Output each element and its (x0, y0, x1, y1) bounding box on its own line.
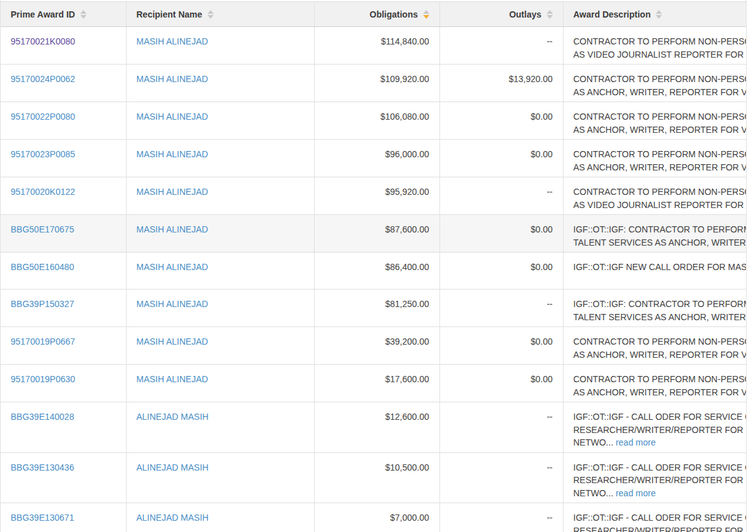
prime-award-id-cell: 95170024P0062 (1, 65, 126, 102)
recipient-name-link[interactable]: MASIH ALINEJAD (137, 299, 208, 309)
outlays-cell: $0.00 (439, 215, 563, 253)
outlays-cell: $0.00 (439, 102, 563, 140)
sort-desc-icon[interactable] (547, 15, 553, 19)
sort-carets[interactable] (656, 10, 662, 19)
column-header-label: Obligations (370, 9, 418, 19)
table-row: BBG39P150327MASIH ALINEJAD$81,250.00--IG… (1, 289, 746, 327)
table-header: Prime Award ID Recipient Name Obligation… (1, 2, 746, 27)
column-header-recipient-name[interactable]: Recipient Name (126, 2, 314, 27)
table-row: BBG39E130671ALINEJAD MASIH$7,000.00--IGF… (1, 503, 746, 532)
obligations-cell: $7,000.00 (314, 503, 439, 532)
sort-desc-icon[interactable] (656, 15, 662, 19)
outlays-cell: $0.00 (439, 140, 563, 177)
award-description-cell: CONTRACTOR TO PERFORM NON-PERSONAL TAS A… (563, 140, 746, 177)
recipient-name-cell: MASIH ALINEJAD (126, 140, 314, 177)
recipient-name-link[interactable]: ALINEJAD MASIH (137, 513, 209, 523)
sort-carets[interactable] (207, 10, 214, 19)
prime-award-id-link[interactable]: 95170019P0667 (11, 336, 75, 347)
sort-carets[interactable] (80, 10, 87, 19)
column-header-obligations[interactable]: Obligations (314, 2, 439, 27)
award-description-line: RESEARCHER/WRITER/REPORTER FOR PERSIA (574, 474, 747, 487)
sort-asc-icon[interactable] (423, 10, 429, 14)
column-header-label: Outlays (509, 9, 541, 19)
sort-carets[interactable] (547, 10, 553, 19)
award-description-line: AS ANCHOR, WRITER, REPORTER FOR VOA PE (574, 161, 747, 174)
prime-award-id-link[interactable]: 95170023P0085 (11, 149, 75, 159)
award-description-cell: CONTRACTOR TO PERFORM NON-PERSONAL TAS A… (563, 65, 746, 102)
obligations-cell: $109,920.00 (314, 65, 439, 102)
table-row: BBG39E130436ALINEJAD MASIH$10,500.00--IG… (1, 452, 746, 503)
recipient-name-link[interactable]: MASIH ALINEJAD (137, 224, 208, 234)
prime-award-id-cell: 95170023P0085 (1, 140, 126, 177)
recipient-name-link[interactable]: MASIH ALINEJAD (137, 36, 208, 46)
prime-award-id-link[interactable]: BBG39P150327 (11, 299, 74, 309)
recipient-name-cell: MASIH ALINEJAD (126, 289, 314, 327)
recipient-name-link[interactable]: MASIH ALINEJAD (137, 374, 208, 384)
table-row: 95170021K0080MASIH ALINEJAD$114,840.00--… (1, 27, 746, 65)
prime-award-id-link[interactable]: BBG39E130671 (11, 513, 74, 523)
sort-desc-icon[interactable] (80, 15, 87, 19)
recipient-name-cell: MASIH ALINEJAD (126, 253, 314, 289)
award-description-cell: CONTRACTOR TO PERFORM NON-PERSONAL TAS V… (563, 177, 746, 215)
read-more-link[interactable]: read more (616, 437, 656, 447)
prime-award-id-cell: 95170019P0630 (1, 365, 126, 402)
table-right-edge-divider (746, 0, 747, 532)
award-description-line: CONTRACTOR TO PERFORM NON-PERSONAL T (574, 335, 747, 348)
sort-desc-icon[interactable] (207, 15, 214, 19)
sort-desc-icon[interactable] (423, 15, 429, 19)
prime-award-id-cell: 95170019P0667 (1, 327, 126, 365)
recipient-name-link[interactable]: ALINEJAD MASIH (137, 462, 209, 472)
award-description-line: AS ANCHOR, WRITER, REPORTER FOR VOA PE (574, 348, 747, 362)
recipient-name-cell: MASIH ALINEJAD (126, 177, 314, 215)
sort-asc-icon[interactable] (656, 10, 662, 14)
prime-award-id-link[interactable]: BBG50E170675 (11, 224, 74, 234)
recipient-name-cell: MASIH ALINEJAD (126, 27, 314, 65)
award-description-cell: IGF::OT::IGF - CALL ODER FOR SERVICE OFR… (563, 452, 746, 503)
table-row: 95170024P0062MASIH ALINEJAD$109,920.00$1… (1, 65, 746, 102)
outlays-cell: -- (439, 452, 563, 503)
prime-award-id-cell: BBG50E170675 (1, 215, 126, 253)
award-description-line: AS ANCHOR, WRITER, REPORTER FOR VOA PE (574, 86, 747, 99)
prime-award-id-cell: BBG39P150327 (1, 289, 126, 327)
recipient-name-cell: MASIH ALINEJAD (126, 65, 314, 102)
prime-award-id-link[interactable]: BBG50E160480 (11, 262, 74, 272)
column-header-prime-award-id[interactable]: Prime Award ID (1, 2, 126, 27)
award-description-line: AS ANCHOR, WRITER, REPORTER FOR VOA PE (574, 386, 747, 399)
award-description-line: AS ANCHOR, WRITER, REPORTER FOR VOA PE (574, 123, 747, 137)
award-description-line: CONTRACTOR TO PERFORM NON-PERSONAL T (574, 73, 747, 86)
award-description-cell: IGF::OT::IGF - CALL ODER FOR SERVICE OFR… (563, 402, 746, 453)
column-header-outlays[interactable]: Outlays (439, 2, 563, 27)
prime-award-id-link[interactable]: 95170019P0630 (11, 374, 75, 384)
column-header-award-description[interactable]: Award Description (563, 2, 746, 27)
recipient-name-link[interactable]: MASIH ALINEJAD (137, 336, 208, 347)
prime-award-id-link[interactable]: 95170021K0080 (11, 36, 75, 46)
prime-award-id-link[interactable]: BBG39E130436 (11, 462, 74, 472)
obligations-cell: $87,600.00 (314, 215, 439, 253)
obligations-cell: $86,400.00 (314, 253, 439, 289)
obligations-cell: $106,080.00 (314, 102, 439, 140)
recipient-name-link[interactable]: MASIH ALINEJAD (137, 149, 208, 159)
prime-award-id-link[interactable]: 95170024P0062 (11, 74, 75, 84)
prime-award-id-link[interactable]: 95170020K0122 (11, 187, 75, 197)
read-more-link[interactable]: read more (616, 488, 656, 498)
obligations-cell: $10,500.00 (314, 452, 439, 503)
recipient-name-link[interactable]: MASIH ALINEJAD (137, 187, 208, 197)
recipient-name-link[interactable]: ALINEJAD MASIH (137, 412, 209, 422)
sort-asc-icon[interactable] (547, 10, 553, 14)
recipient-name-cell: MASIH ALINEJAD (126, 327, 314, 365)
recipient-name-link[interactable]: MASIH ALINEJAD (137, 262, 208, 272)
prime-award-id-link[interactable]: 95170022P0080 (11, 112, 75, 122)
sort-asc-icon[interactable] (80, 10, 87, 14)
column-header-label: Recipient Name (137, 9, 202, 19)
sort-asc-icon[interactable] (207, 10, 214, 14)
recipient-name-link[interactable]: MASIH ALINEJAD (137, 74, 208, 84)
table-row: 95170019P0667MASIH ALINEJAD$39,200.00$0.… (1, 327, 746, 365)
recipient-name-link[interactable]: MASIH ALINEJAD (137, 112, 208, 122)
table-row: BBG50E170675MASIH ALINEJAD$87,600.00$0.0… (1, 215, 746, 253)
award-description-line: IGF::OT::IGF - CALL ODER FOR SERVICE OF (574, 461, 747, 474)
outlays-cell: -- (439, 402, 563, 453)
sort-carets[interactable] (423, 10, 429, 19)
outlays-cell: -- (439, 177, 563, 215)
prime-award-id-link[interactable]: BBG39E140028 (11, 412, 74, 422)
award-description-line: CONTRACTOR TO PERFORM NON-PERSONAL T (574, 373, 747, 386)
